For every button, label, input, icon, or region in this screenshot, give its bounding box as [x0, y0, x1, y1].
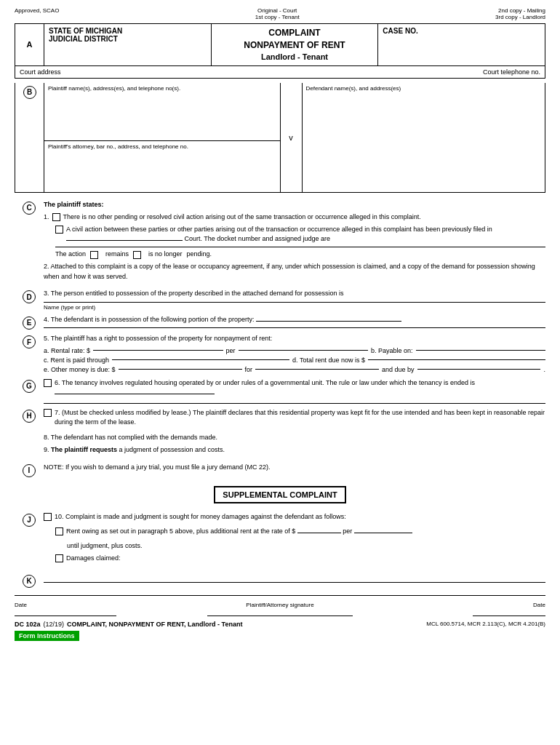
item3-text: 3. The person entitled to possession of … — [44, 289, 545, 299]
section-e-circle: E — [23, 316, 36, 330]
nolonger-checkbox[interactable] — [133, 251, 141, 259]
state-label: STATE OF MICHIGAN — [49, 27, 207, 35]
due-by-label: and due by — [382, 366, 415, 373]
attorney-input[interactable] — [48, 153, 276, 160]
plaintiff-states-heading: The plaintiff states: — [44, 200, 545, 210]
rent-owing-text: Rent owing as set out in paragraph 5 abo… — [66, 527, 412, 537]
defendant-input[interactable] — [306, 95, 542, 102]
item7-text: 7. (Must be checked unless modified by l… — [55, 408, 545, 428]
name-type-label: Name (type or print) — [44, 304, 545, 311]
supplemental-title: SUPPLEMENTAL COMPLAINT — [214, 486, 345, 503]
total-rent-label: d. Total rent due now is $ — [292, 356, 365, 364]
section-f-circle: F — [23, 335, 36, 348]
section-b-circle: B — [23, 86, 36, 99]
remains-label: remains — [105, 250, 129, 260]
item1-checkbox[interactable] — [52, 213, 60, 221]
until-judgment-text: until judgment, plus costs. — [55, 541, 545, 551]
section-g-circle: G — [23, 380, 36, 393]
complaint-title-line3: Landlord - Tenant — [216, 52, 374, 63]
section-c-circle: C — [23, 202, 36, 215]
paid-through-label: c. Rent is paid through — [44, 356, 109, 364]
other-money-label: e. Other money is due: $ — [44, 366, 116, 373]
court-address-label: Court address — [20, 68, 61, 76]
date-label: Date — [15, 602, 191, 608]
complaint-title-line1: COMPLAINT — [216, 27, 374, 39]
remains-checkbox[interactable] — [90, 251, 98, 259]
district-label: JUDICIAL DISTRICT — [49, 35, 207, 43]
section-k-circle: K — [23, 575, 36, 588]
rental-rate-label: a. Rental rate: $ — [44, 347, 90, 354]
item10-checkbox[interactable] — [44, 513, 52, 521]
date-label2: Date — [369, 602, 545, 608]
section-h-circle: H — [23, 410, 36, 423]
form-code: DC 102a — [15, 621, 41, 628]
item1b-text: A civil action between these parties or … — [66, 225, 545, 244]
form-date: (12/19) — [44, 621, 65, 628]
item6-text: 6. The tenancy involves regulated housin… — [55, 378, 545, 398]
for-label: for — [245, 366, 253, 373]
approved-label: Approved, SCAO — [15, 7, 59, 20]
first-copy-label: 1st copy - Tenant — [255, 14, 300, 20]
complaint-title-line2: NONPAYMENT OF RENT — [216, 39, 374, 52]
item7-checkbox[interactable] — [44, 409, 52, 417]
sig-label: Plaintiff/Attorney signature — [191, 602, 368, 608]
item10-text: 10. Complaint is made and judgment is so… — [55, 512, 346, 522]
per-label: per — [226, 347, 236, 354]
action-label: The action — [55, 250, 86, 260]
payable-label: b. Payable on: — [371, 347, 413, 354]
third-copy-label: 3rd copy - Landlord — [495, 14, 545, 20]
court-phone-label: Court telephone no. — [483, 68, 540, 76]
attorney-label: Plaintiff's attorney, bar no., address, … — [48, 143, 276, 150]
item6-checkbox[interactable] — [44, 379, 52, 387]
mcl-label: MCL 600.5714, MCR 2.113(C), MCR 4.201(B) — [426, 621, 545, 627]
section-j-circle: J — [23, 514, 36, 527]
section-i-circle: I — [23, 464, 36, 477]
second-copy-label: 2nd copy - Mailing — [495, 7, 545, 14]
form-title: COMPLAINT, NONPAYMENT OF RENT, Landlord … — [67, 621, 242, 628]
note-text: NOTE: If you wish to demand a jury trial… — [44, 463, 545, 473]
case-no-label: CASE NO. — [378, 24, 545, 65]
item1-text: There is no other pending or resolved ci… — [63, 212, 421, 223]
damages-checkbox[interactable] — [55, 554, 63, 562]
section-d-circle: D — [23, 290, 36, 303]
item1b-checkbox[interactable] — [55, 226, 63, 234]
item8-text: 8. The defendant has not complied with t… — [44, 433, 545, 443]
damages-label: Damages claimed: — [66, 554, 121, 564]
item4-text: 4. The defendant is in possession of the… — [44, 315, 545, 325]
item9-text: 9. The plaintiff requests a judgment of … — [44, 445, 545, 455]
item1-number: 1. — [44, 212, 49, 223]
plaintiff-label: Plaintiff name(s), address(es), and tele… — [48, 85, 276, 92]
item5-heading: 5. The plaintiff has a right to possessi… — [44, 334, 545, 344]
form-instructions-button[interactable]: Form Instructions — [15, 631, 79, 641]
item2-text: 2. Attached to this complaint is a copy … — [44, 262, 545, 282]
vs-text: v — [289, 133, 293, 142]
defendant-label: Defendant name(s), and address(es) — [306, 85, 542, 92]
rent-owing-checkbox[interactable] — [55, 527, 63, 535]
nolonger-label: is no longer — [148, 250, 183, 260]
section-a-label: A — [15, 24, 44, 65]
original-copy-label: Original - Court — [255, 7, 300, 14]
plaintiff-input[interactable] — [48, 95, 276, 102]
pending-label: pending. — [187, 250, 212, 260]
